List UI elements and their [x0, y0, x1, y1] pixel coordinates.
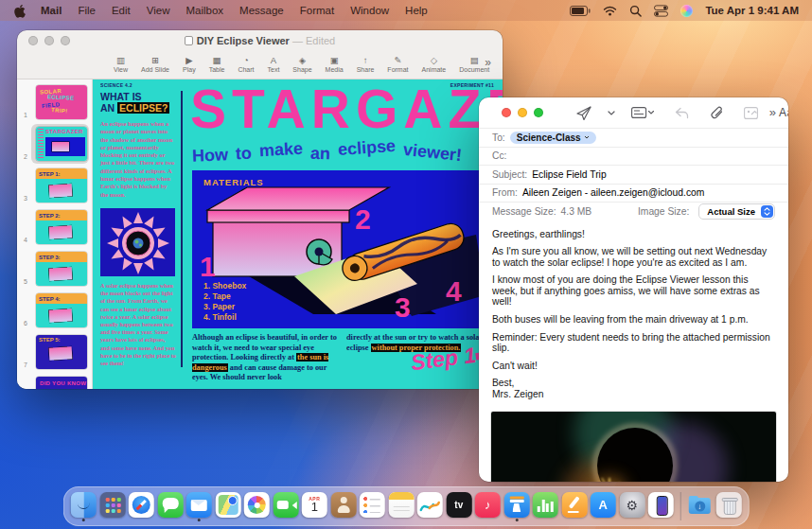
- menu-bar-clock[interactable]: Tue Apr 1 9:41 AM: [705, 5, 799, 16]
- body-paragraph: I know most of you are doing the Eclipse…: [492, 274, 775, 308]
- image-size-select[interactable]: Actual Size: [698, 203, 775, 220]
- to-field[interactable]: To: Science-Class: [479, 128, 788, 147]
- dock-item-facetime[interactable]: [273, 492, 298, 520]
- dock-item-appletv[interactable]: tv: [446, 492, 471, 520]
- menu-items: MailFileEditViewMailboxMessageFormatWind…: [41, 5, 444, 16]
- slide-number: 3: [24, 195, 27, 202]
- wifi-icon[interactable]: [603, 6, 617, 16]
- slide-thumbnail-row[interactable]: 7STEP 5:: [17, 331, 92, 373]
- dock-item-safari[interactable]: [129, 492, 154, 520]
- facetime-icon: [273, 492, 298, 518]
- dock-item-maps[interactable]: [215, 492, 240, 520]
- shape-icon: ◈: [299, 56, 306, 66]
- body-paragraph: Best, Mrs. Zeigen: [492, 378, 775, 399]
- dock-item-contacts[interactable]: [330, 492, 356, 520]
- keynote-tool-share[interactable]: ↑Share: [350, 56, 381, 74]
- attachment-image[interactable]: [490, 411, 777, 482]
- keynote-tool-animate[interactable]: ◇Animate: [415, 56, 453, 74]
- battery-icon[interactable]: [570, 6, 591, 16]
- reply-icon[interactable]: [664, 103, 699, 122]
- dock-item-trash[interactable]: [715, 492, 741, 520]
- send-options-chevron-icon[interactable]: [602, 103, 621, 122]
- menu-item-mailbox[interactable]: Mailbox: [185, 5, 223, 16]
- document-icon: ▤: [470, 56, 479, 66]
- slide-thumbnail-row[interactable]: 3STEP 1:: [17, 165, 92, 206]
- dock-item-reminders[interactable]: [360, 492, 385, 520]
- slide-thumbnail-row[interactable]: DID YOU KNOW: [17, 373, 92, 389]
- menu-item-format[interactable]: Format: [300, 5, 334, 16]
- mail-titlebar[interactable]: Aa »: [479, 97, 788, 128]
- slide-thumbnail-row[interactable]: 5STEP 3:: [17, 248, 92, 290]
- subject-field[interactable]: Subject: Eclipse Field Trip: [479, 165, 788, 184]
- dock-item-finder[interactable]: [71, 492, 97, 520]
- keynote-tool-view[interactable]: ▥View: [107, 56, 134, 74]
- dock-item-iphone-mirroring[interactable]: [648, 492, 674, 520]
- keynote-tool-chart[interactable]: ◔Chart: [231, 56, 260, 74]
- menu-item-mail[interactable]: Mail: [41, 5, 62, 16]
- menu-item-file[interactable]: File: [78, 5, 96, 16]
- dock-item-keynote[interactable]: [503, 492, 529, 520]
- dock-divider: [680, 492, 680, 520]
- keynote-tool-media[interactable]: ▣Media: [319, 56, 350, 74]
- message-body[interactable]: Greetings, earthlings!As I'm sure you al…: [479, 220, 788, 409]
- slide-thumbnail[interactable]: SOLARECLIPSEFIELDTRIP!: [36, 85, 87, 119]
- menu-item-view[interactable]: View: [147, 5, 170, 16]
- keynote-tool-shape[interactable]: ◈Shape: [286, 56, 318, 74]
- keynote-tool-text[interactable]: AText: [261, 56, 287, 74]
- menu-item-help[interactable]: Help: [405, 5, 428, 16]
- keynote-tool-add-slide[interactable]: ⊞Add Slide: [134, 56, 176, 74]
- dock-item-launchpad[interactable]: [99, 492, 125, 520]
- recipient-token[interactable]: Science-Class: [510, 132, 596, 144]
- dock-item-messages[interactable]: [157, 492, 183, 520]
- keynote-tool-play[interactable]: ▶Play: [176, 56, 203, 74]
- apple-menu-icon[interactable]: [13, 4, 26, 18]
- keynote-tool-format[interactable]: ✎Format: [380, 56, 415, 74]
- slide-thumbnail-row[interactable]: 2STARGAZER: [17, 123, 92, 165]
- siri-icon[interactable]: [680, 5, 693, 17]
- dock-item-mail[interactable]: [186, 492, 212, 520]
- slide-thumbnail[interactable]: STEP 2:: [36, 210, 87, 244]
- dock-item-music[interactable]: ♪: [475, 492, 501, 520]
- column-divider: [181, 91, 183, 367]
- slide-thumbnail-row[interactable]: 4STEP 2:: [17, 206, 92, 248]
- from-field[interactable]: From: Aileen Zeigen - aileen.zeigen@iclo…: [479, 184, 788, 203]
- attach-icon[interactable]: [699, 103, 733, 122]
- dock-item-freeform[interactable]: [417, 492, 443, 520]
- dock-item-numbers[interactable]: [533, 492, 558, 520]
- cc-field[interactable]: Cc:: [479, 147, 788, 166]
- header-fields-icon[interactable]: [621, 103, 664, 122]
- dock-item-photos[interactable]: [244, 492, 270, 520]
- menu-item-edit[interactable]: Edit: [112, 5, 131, 16]
- slide-thumbnail[interactable]: STEP 1:: [36, 168, 87, 203]
- dock-item-calendar[interactable]: APR1: [302, 492, 327, 520]
- slide-thumbnail-row[interactable]: 1SOLARECLIPSEFIELDTRIP!: [17, 81, 92, 123]
- calendar-icon: APR1: [302, 492, 327, 518]
- mail-toolbar-overflow-icon[interactable]: »: [769, 105, 776, 119]
- toolbar-overflow-chevron[interactable]: »: [485, 56, 491, 69]
- slide-thumbnail[interactable]: DID YOU KNOW: [36, 377, 87, 389]
- menu-item-message[interactable]: Message: [239, 5, 284, 16]
- dock-item-notes[interactable]: [388, 492, 414, 520]
- keynote-tool-table[interactable]: ▦Table: [203, 56, 232, 74]
- materials-list-item: 4. Tinfoil: [203, 312, 246, 323]
- dock-item-settings[interactable]: ⚙: [619, 492, 644, 520]
- mail-traffic-lights[interactable]: [502, 108, 543, 117]
- slide-thumbnail[interactable]: STEP 4:: [36, 293, 87, 327]
- dock-item-appstore[interactable]: A: [591, 492, 616, 520]
- control-center-icon[interactable]: [654, 5, 668, 17]
- slide-thumbnail[interactable]: STARGAZER: [36, 127, 87, 161]
- materials-list-item: 2. Tape: [203, 291, 246, 302]
- slide-thumbnail-row[interactable]: 6STEP 4:: [17, 290, 92, 331]
- slide-number: 1: [24, 112, 27, 118]
- search-icon[interactable]: [629, 5, 642, 17]
- insert-photo-icon[interactable]: [733, 103, 768, 122]
- pages-icon: [561, 492, 587, 518]
- reminders-icon: [360, 492, 385, 518]
- send-icon[interactable]: [566, 103, 602, 122]
- keynote-titlebar[interactable]: DIY Eclipse Viewer — Edited: [17, 30, 503, 50]
- dock-item-downloads[interactable]: ↓: [687, 492, 713, 520]
- slide-thumbnail[interactable]: STEP 3:: [36, 252, 87, 286]
- menu-item-window[interactable]: Window: [350, 5, 389, 16]
- dock-item-pages[interactable]: [561, 492, 587, 520]
- slide-thumbnail[interactable]: STEP 5:: [36, 335, 87, 369]
